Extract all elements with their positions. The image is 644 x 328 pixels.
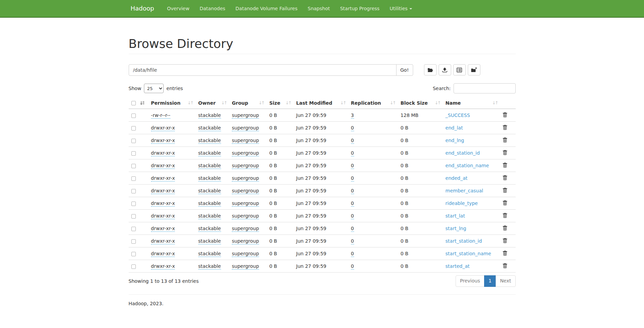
file-link[interactable]: start_station_name bbox=[445, 251, 491, 256]
delete-button[interactable] bbox=[503, 213, 507, 218]
group-cell[interactable]: supergroup bbox=[232, 226, 259, 232]
upload-files-button[interactable] bbox=[439, 64, 451, 75]
replication-cell[interactable]: 0 bbox=[351, 188, 354, 194]
group-cell[interactable]: supergroup bbox=[232, 138, 259, 144]
search-input[interactable] bbox=[454, 83, 516, 93]
permission-cell[interactable]: drwxr-xr-x bbox=[151, 175, 175, 182]
row-checkbox[interactable] bbox=[131, 202, 136, 206]
column-header-size[interactable]: ↓↑Size bbox=[266, 98, 293, 109]
column-header-group[interactable]: ↓↑Group bbox=[229, 98, 266, 109]
permission-cell[interactable]: drwxr-xr-x bbox=[151, 251, 175, 257]
permission-cell[interactable]: -rw-r--r-- bbox=[151, 113, 170, 119]
select-all-checkbox[interactable] bbox=[131, 101, 136, 105]
row-checkbox[interactable] bbox=[131, 176, 136, 181]
column-header-last-modified[interactable]: ↓↑Last Modified bbox=[293, 98, 348, 109]
row-checkbox[interactable] bbox=[131, 214, 136, 219]
owner-cell[interactable]: stackable bbox=[198, 138, 221, 144]
nav-link-utilities[interactable]: Utilities bbox=[385, 0, 417, 17]
column-header-replication[interactable]: ↓↑Replication bbox=[348, 98, 398, 109]
replication-cell[interactable]: 0 bbox=[351, 163, 354, 169]
row-checkbox[interactable] bbox=[131, 164, 136, 168]
permission-cell[interactable]: drwxr-xr-x bbox=[151, 150, 175, 156]
owner-cell[interactable]: stackable bbox=[198, 238, 221, 244]
nav-link-startup-progress[interactable]: Startup Progress bbox=[335, 0, 385, 17]
row-checkbox[interactable] bbox=[131, 114, 136, 118]
delete-button[interactable] bbox=[503, 225, 507, 230]
replication-cell[interactable]: 3 bbox=[351, 113, 354, 119]
permission-cell[interactable]: drwxr-xr-x bbox=[151, 201, 175, 207]
go-button[interactable]: Go! bbox=[396, 64, 413, 76]
permission-cell[interactable]: drwxr-xr-x bbox=[151, 125, 175, 131]
permission-cell[interactable]: drwxr-xr-x bbox=[151, 213, 175, 219]
group-cell[interactable]: supergroup bbox=[232, 238, 259, 244]
owner-cell[interactable]: stackable bbox=[198, 201, 221, 207]
replication-cell[interactable]: 0 bbox=[351, 238, 354, 244]
file-link[interactable]: end_lng bbox=[445, 138, 464, 143]
nav-link-overview[interactable]: Overview bbox=[162, 0, 195, 17]
owner-cell[interactable]: stackable bbox=[198, 213, 221, 219]
file-link[interactable]: start_lat bbox=[445, 213, 465, 219]
row-checkbox[interactable] bbox=[131, 151, 136, 156]
owner-cell[interactable]: stackable bbox=[198, 263, 221, 270]
row-checkbox[interactable] bbox=[131, 264, 136, 269]
column-header-name[interactable]: ↓↑Name bbox=[443, 98, 500, 109]
file-link[interactable]: _SUCCESS bbox=[445, 113, 470, 118]
group-cell[interactable]: supergroup bbox=[232, 150, 259, 156]
row-checkbox[interactable] bbox=[131, 126, 136, 131]
row-checkbox[interactable] bbox=[131, 252, 136, 256]
delete-button[interactable] bbox=[503, 125, 507, 130]
group-cell[interactable]: supergroup bbox=[232, 251, 259, 257]
nav-link-snapshot[interactable]: Snapshot bbox=[302, 0, 335, 17]
delete-button[interactable] bbox=[503, 112, 507, 117]
replication-cell[interactable]: 0 bbox=[351, 226, 354, 232]
delete-button[interactable] bbox=[503, 188, 507, 193]
owner-cell[interactable]: stackable bbox=[198, 251, 221, 257]
owner-cell[interactable]: stackable bbox=[198, 150, 221, 156]
replication-cell[interactable]: 0 bbox=[351, 251, 354, 257]
row-checkbox[interactable] bbox=[131, 227, 136, 231]
delete-button[interactable] bbox=[503, 263, 507, 268]
owner-cell[interactable]: stackable bbox=[198, 175, 221, 182]
replication-cell[interactable]: 0 bbox=[351, 175, 354, 182]
pagination-next[interactable]: Next bbox=[496, 275, 516, 287]
permission-cell[interactable]: drwxr-xr-x bbox=[151, 163, 175, 169]
group-cell[interactable]: supergroup bbox=[232, 188, 259, 194]
owner-cell[interactable]: stackable bbox=[198, 226, 221, 232]
delete-button[interactable] bbox=[503, 251, 507, 256]
group-cell[interactable]: supergroup bbox=[232, 263, 259, 270]
file-link[interactable]: rideable_type bbox=[445, 201, 478, 206]
delete-button[interactable] bbox=[503, 162, 507, 168]
column-header-permission[interactable]: ↓↑Permission bbox=[148, 98, 196, 109]
path-input[interactable] bbox=[129, 64, 397, 76]
replication-cell[interactable]: 0 bbox=[351, 138, 354, 144]
group-cell[interactable]: supergroup bbox=[232, 201, 259, 207]
pagination-page-1[interactable]: 1 bbox=[484, 275, 496, 287]
nav-link-datanode-volume-failures[interactable]: Datanode Volume Failures bbox=[231, 0, 303, 17]
navbar-brand[interactable]: Hadoop bbox=[129, 0, 159, 17]
replication-cell[interactable]: 0 bbox=[351, 201, 354, 207]
replication-cell[interactable]: 0 bbox=[351, 125, 354, 131]
folder-move-button[interactable] bbox=[468, 64, 480, 75]
file-link[interactable]: end_station_id bbox=[445, 150, 480, 156]
pagination-previous[interactable]: Previous bbox=[456, 275, 484, 287]
create-directory-button[interactable] bbox=[424, 64, 437, 75]
group-cell[interactable]: supergroup bbox=[232, 213, 259, 219]
file-link[interactable]: start_station_id bbox=[445, 238, 482, 244]
permission-cell[interactable]: drwxr-xr-x bbox=[151, 238, 175, 244]
list-alt-button[interactable] bbox=[453, 64, 466, 75]
owner-cell[interactable]: stackable bbox=[198, 125, 221, 131]
delete-button[interactable] bbox=[503, 238, 507, 243]
permission-cell[interactable]: drwxr-xr-x bbox=[151, 188, 175, 194]
group-cell[interactable]: supergroup bbox=[232, 175, 259, 182]
delete-button[interactable] bbox=[503, 175, 507, 180]
file-link[interactable]: member_casual bbox=[445, 188, 483, 193]
file-link[interactable]: start_lng bbox=[445, 226, 466, 231]
file-link[interactable]: ended_at bbox=[445, 175, 467, 181]
entries-select[interactable]: 25 bbox=[144, 84, 164, 93]
delete-button[interactable] bbox=[503, 200, 507, 205]
file-link[interactable]: end_lat bbox=[445, 125, 463, 131]
row-checkbox[interactable] bbox=[131, 239, 136, 244]
row-checkbox[interactable] bbox=[131, 189, 136, 193]
owner-cell[interactable]: stackable bbox=[198, 113, 221, 119]
replication-cell[interactable]: 0 bbox=[351, 213, 354, 219]
